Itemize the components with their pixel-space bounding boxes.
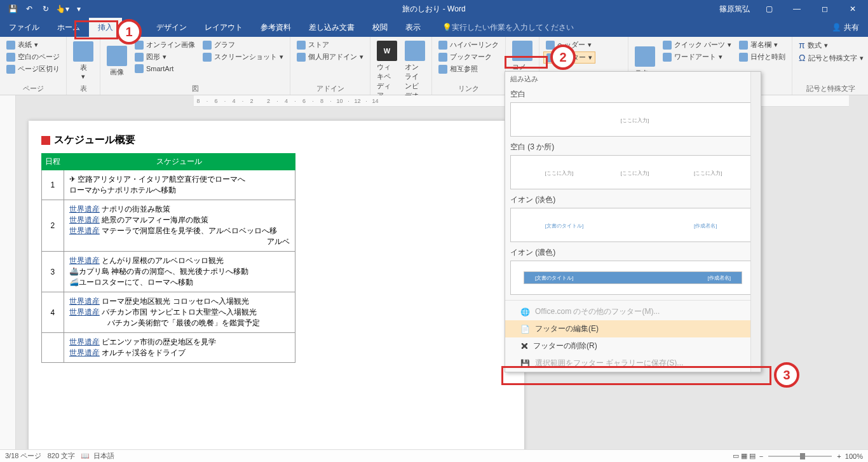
screenshot-button[interactable]: スクリーンショット ▾ [200,51,286,62]
table-row: 4 世界遺産 ローマ歴史地区観光 コロッセロへ入場観光 世界遺産 バチカン市国 … [42,292,295,333]
remove-footer-item[interactable]: 🗙フッターの削除(R) [505,337,761,355]
tab-design[interactable]: デザイン [147,18,196,37]
tab-review[interactable]: 校閲 [363,18,397,37]
footer-option-blank3[interactable]: 空白 (3 か所) [ここに入力] [ここに入力] [ここに入力] [505,139,761,192]
table-row: 2 世界遺産 ナポリの街並み散策 世界遺産 絶景のアマルフィー海岸の散策 世界遺… [42,200,295,252]
edit-footer-item[interactable]: 📄フッターの編集(E) [505,320,761,337]
document-page[interactable]: スケジュール概要 日程スケジュール 1 ✈ 空路アリタリア・イタリア航空直行便で… [29,121,524,449]
addins-icon [297,53,306,62]
zoom-out-button[interactable]: − [759,452,763,460]
tab-view[interactable]: 表示 [397,18,430,37]
date-time-button[interactable]: 日付と時刻 [736,51,788,62]
user-name[interactable]: 篠原篤弘 [719,4,750,15]
zoom-slider[interactable] [768,456,832,457]
footer-option-ion-light[interactable]: イオン (淡色) [文書のタイトル] [作成者名] [505,192,761,245]
close-icon[interactable]: ✕ [840,0,865,18]
status-page[interactable]: 3/18 ページ [5,451,41,461]
wikipedia-button[interactable]: Wウィキペディア [374,39,400,102]
group-label-addins: アドイン [294,83,366,93]
text: ローマ歴史地区観光 コロッセロへ入場観光 [102,297,248,306]
group-tables: 表▾ 表 [67,37,100,95]
bookmark-button[interactable]: ブックマーク [436,51,501,62]
hyper-label: ハイパーリンク [450,40,499,50]
print-layout-icon[interactable]: ▦ [741,452,747,460]
blank-page-button[interactable]: 空白のページ [4,51,62,62]
table-button[interactable]: 表▾ [71,39,96,83]
group-illustrations: 画像 オンライン画像 図形 ▾ SmartArt グラフ スクリーンショット ▾… [100,37,290,95]
world-heritage-link[interactable]: 世界遺産 [69,337,100,346]
date-icon [739,53,748,62]
zoom-level[interactable]: 100% [845,452,863,460]
more-footers-item[interactable]: 🌐Office.com のその他のフッター(M)... [505,303,761,320]
tell-me[interactable]: 💡 実行したい作業を入力してください [442,18,574,37]
tab-mailings[interactable]: 差し込み文書 [300,18,363,37]
prev-text: [文書のタイトル] [535,275,573,282]
line: 世界遺産 ナポリの街並み散策 [69,204,290,215]
world-heritage-link[interactable]: 世界遺産 [69,297,100,306]
world-heritage-link[interactable]: 世界遺産 [69,308,100,316]
prev-text: [作成者名] [707,275,730,282]
tab-references[interactable]: 参考資料 [252,18,300,37]
zoom-in-button[interactable]: + [837,452,841,460]
touch-mode-icon[interactable]: 👆▾ [55,1,70,17]
footer-option-blank[interactable]: 空白 [ここに入力] [505,86,761,139]
edit-icon: 📄 [520,325,530,334]
remove-label: フッターの削除(R) [533,341,597,351]
shapes-icon [135,53,144,62]
status-language[interactable]: 日本語 [93,451,114,461]
doc-heading: スケジュール概要 [41,133,512,147]
signature-button[interactable]: 署名欄 ▾ [736,39,788,50]
save-icon[interactable]: 💾 [5,1,20,17]
world-heritage-link[interactable]: 世界遺産 [69,348,100,357]
text: ピエンツァ市街の歴史地区を見学 [102,337,216,346]
share-button[interactable]: 👤 共有 [823,18,868,37]
th-schedule: スケジュール [64,154,295,170]
world-heritage-link[interactable]: 世界遺産 [69,215,100,224]
cell-content: 世界遺産 ナポリの街並み散策 世界遺産 絶景のアマルフィー海岸の散策 世界遺産 … [64,200,295,252]
shapes-button[interactable]: 図形 ▾ [132,51,198,62]
tab-file[interactable]: ファイル [0,18,48,37]
vertical-ruler[interactable] [0,95,16,449]
equation-icon: π [799,40,805,50]
tab-layout[interactable]: レイアウト [196,18,252,37]
customize-qat-icon[interactable]: ▾ [71,1,86,17]
footer-option-ion-dark[interactable]: イオン (濃色) [文書のタイトル] [作成者名] [505,245,761,297]
online-video-button[interactable]: オンラインビデオ [402,39,428,102]
online-pictures-button[interactable]: オンライン画像 [132,39,198,50]
world-heritage-link[interactable]: 世界遺産 [69,256,100,265]
prev-text: [文書のタイトル] [545,222,583,229]
maximize-icon[interactable]: ◻ [812,0,837,18]
bookmark-icon [438,53,447,62]
panel-scrollbar[interactable] [750,72,761,372]
symbol-button[interactable]: Ω記号と特殊文字 ▾ [796,52,865,64]
ribbon-options-icon[interactable]: ▢ [756,0,782,18]
cover-page-button[interactable]: 表紙 ▾ [4,39,62,50]
prev-text: [ここに入力] [621,170,649,177]
cell-day [42,333,64,363]
world-heritage-link[interactable]: 世界遺産 [69,226,100,235]
chart-button[interactable]: グラフ [200,39,286,50]
equation-button[interactable]: π数式 ▾ [796,39,865,51]
redo-icon[interactable]: ↻ [38,1,53,17]
world-heritage-link[interactable]: 世界遺産 [69,205,100,214]
crossref-label: 相互参照 [450,64,478,74]
page-break-button[interactable]: ページ区切り [4,64,62,74]
undo-icon[interactable]: ↶ [22,1,37,17]
smartart-button[interactable]: SmartArt [132,64,198,74]
pictures-button[interactable]: 画像 [104,39,130,83]
zoom-thumb[interactable] [800,453,805,459]
symbol-icon: Ω [799,53,805,63]
web-layout-icon[interactable]: ▤ [749,452,756,460]
hyperlink-button[interactable]: ハイパーリンク [436,39,501,50]
status-words[interactable]: 820 文字 [48,451,75,461]
group-media: Wウィキペディア オンラインビデオ メディア [370,37,432,95]
crossref-button[interactable]: 相互参照 [436,64,501,74]
wordart-button[interactable]: ワードアート ▾ [660,51,734,62]
quick-parts-button[interactable]: クイック パーツ ▾ [660,39,734,50]
my-addins-button[interactable]: 個人用アドイン ▾ [294,51,366,62]
store-button[interactable]: ストア [294,39,366,50]
proofing-icon[interactable]: 📖 [81,452,90,460]
minimize-icon[interactable]: — [784,0,810,18]
read-mode-icon[interactable]: ▭ [733,452,739,460]
line: 世界遺産 バチカン市国 サンピエトロ大聖堂へ入場観光 [69,307,290,318]
